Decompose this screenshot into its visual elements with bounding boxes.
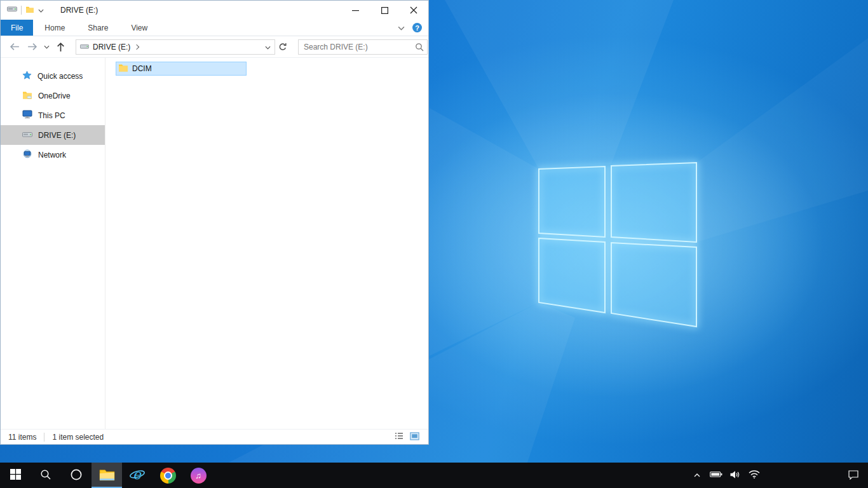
star-icon xyxy=(22,71,32,82)
search-icon xyxy=(40,469,51,482)
sidebar-item-label: DRIVE (E:) xyxy=(38,131,76,140)
tab-home[interactable]: Home xyxy=(33,20,76,36)
action-center-button[interactable] xyxy=(839,463,868,488)
folder-icon xyxy=(118,64,128,74)
address-bar[interactable]: DRIVE (E:) xyxy=(76,39,275,55)
chrome-button[interactable] xyxy=(153,463,183,488)
taskbar-file-explorer-button[interactable] xyxy=(92,463,122,488)
minimize-button[interactable] xyxy=(341,1,370,20)
maximize-button[interactable] xyxy=(370,1,399,20)
internet-explorer-icon: e xyxy=(129,466,146,485)
sidebar-item-label: OneDrive xyxy=(38,92,71,100)
file-explorer-icon xyxy=(99,468,115,483)
help-icon[interactable]: ? xyxy=(412,23,422,32)
internet-explorer-button[interactable]: e xyxy=(122,463,153,488)
details-view-icon[interactable] xyxy=(395,432,403,442)
items-count: 11 items xyxy=(8,433,36,442)
status-separator xyxy=(44,433,44,442)
cortana-icon xyxy=(70,468,83,483)
chevron-up-icon xyxy=(693,471,701,480)
tab-view[interactable]: View xyxy=(119,20,159,36)
window-title: DRIVE (E:) xyxy=(60,6,98,15)
window-drive-icon xyxy=(7,6,17,15)
onedrive-folder-icon xyxy=(22,91,32,101)
file-list-area[interactable]: DCIM xyxy=(105,58,428,429)
sidebar-item-label: Network xyxy=(38,151,66,159)
tab-file[interactable]: File xyxy=(1,20,33,36)
sidebar-item-label: This PC xyxy=(38,111,65,120)
ribbon-tab-bar: File Home Share View ? xyxy=(1,20,428,36)
expand-ribbon-chevron-icon[interactable] xyxy=(398,24,405,32)
quick-access-toolbar xyxy=(7,6,44,15)
close-button[interactable] xyxy=(399,1,428,20)
sidebar-item-onedrive[interactable]: OneDrive xyxy=(1,86,105,105)
speaker-icon xyxy=(729,470,741,481)
window-controls xyxy=(341,1,428,20)
cortana-button[interactable] xyxy=(61,463,92,488)
system-tray xyxy=(688,463,868,488)
computer-icon xyxy=(22,110,32,121)
qat-folder-icon[interactable] xyxy=(25,6,34,15)
battery-icon xyxy=(710,471,722,480)
volume-button[interactable] xyxy=(726,463,745,488)
address-dropdown-chevron-icon[interactable] xyxy=(265,43,271,51)
drive-icon xyxy=(22,131,32,140)
file-explorer-window: DRIVE (E:) File Home Share View ? xyxy=(0,0,429,445)
taskbar-search-button[interactable] xyxy=(31,463,61,488)
address-drive-icon xyxy=(80,43,89,51)
wifi-button[interactable] xyxy=(745,463,764,488)
up-button[interactable] xyxy=(56,42,65,52)
sidebar-item-drive-e[interactable]: DRIVE (E:) xyxy=(1,125,105,145)
back-button[interactable] xyxy=(10,42,20,51)
itunes-icon: ♫ xyxy=(191,468,207,484)
breadcrumb-segment[interactable]: DRIVE (E:) xyxy=(93,43,130,51)
taskbar: e ♫ xyxy=(0,463,868,488)
large-icons-view-icon[interactable] xyxy=(410,432,419,442)
network-icon xyxy=(22,149,32,160)
action-center-icon xyxy=(848,470,859,482)
chrome-icon xyxy=(160,468,176,484)
selection-count: 1 item selected xyxy=(52,433,104,442)
explorer-body: Quick access OneDrive This PC DRIVE (E:) xyxy=(1,58,428,429)
navigation-bar: DRIVE (E:) xyxy=(1,36,428,58)
navigation-pane: Quick access OneDrive This PC DRIVE (E:) xyxy=(1,58,105,429)
status-bar: 11 items 1 item selected xyxy=(1,429,428,444)
hidden-icons-button[interactable] xyxy=(688,463,707,488)
qat-separator xyxy=(21,6,22,15)
breadcrumb-chevron-icon[interactable] xyxy=(134,44,139,49)
search-icon[interactable] xyxy=(415,43,424,53)
battery-button[interactable] xyxy=(707,463,726,488)
search-box xyxy=(298,39,428,55)
search-input[interactable] xyxy=(298,39,428,55)
start-button[interactable] xyxy=(0,463,31,488)
sidebar-item-network[interactable]: Network xyxy=(1,145,105,165)
qat-customize-chevron-icon[interactable] xyxy=(38,6,44,15)
file-item-dcim[interactable]: DCIM xyxy=(116,62,247,76)
title-bar[interactable]: DRIVE (E:) xyxy=(1,1,428,20)
sidebar-item-quick-access[interactable]: Quick access xyxy=(1,66,105,86)
sidebar-item-this-pc[interactable]: This PC xyxy=(1,105,105,125)
file-name: DCIM xyxy=(132,64,152,73)
refresh-button[interactable] xyxy=(275,39,290,55)
sidebar-item-label: Quick access xyxy=(37,72,83,81)
wifi-icon xyxy=(748,470,761,481)
breadcrumb[interactable]: DRIVE (E:) xyxy=(93,43,139,51)
recent-locations-chevron-icon[interactable] xyxy=(44,45,50,49)
itunes-button[interactable]: ♫ xyxy=(183,463,214,488)
tab-share[interactable]: Share xyxy=(76,20,119,36)
svg-text:e: e xyxy=(133,466,142,482)
windows-logo-icon xyxy=(10,469,21,482)
forward-button[interactable] xyxy=(27,42,37,51)
